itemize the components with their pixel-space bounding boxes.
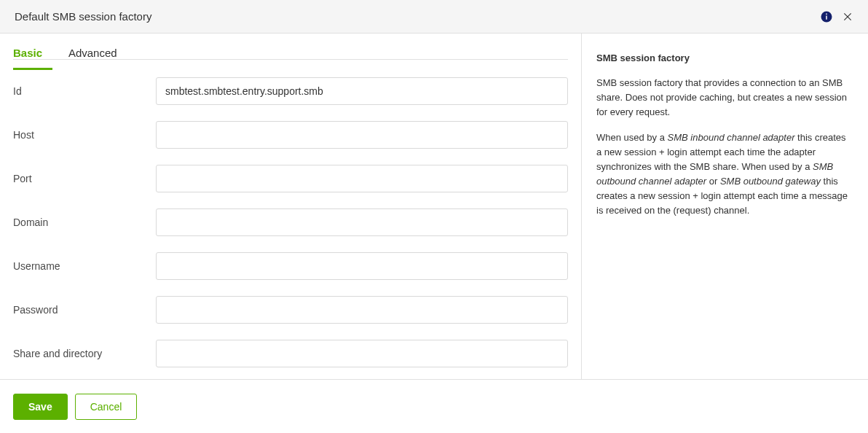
info-icon[interactable] xyxy=(820,10,833,23)
svg-rect-2 xyxy=(826,13,827,15)
field-row-domain: Domain xyxy=(13,208,568,236)
input-id[interactable] xyxy=(156,77,568,105)
header-actions xyxy=(820,10,853,23)
help-em: SMB inbound channel adapter xyxy=(668,132,795,143)
input-username[interactable] xyxy=(156,252,568,280)
field-row-share: Share and directory xyxy=(13,340,568,367)
help-title: SMB session factory xyxy=(596,51,853,66)
close-icon[interactable] xyxy=(842,11,853,23)
label-id: Id xyxy=(13,85,156,97)
input-port[interactable] xyxy=(156,165,568,192)
field-row-username: Username xyxy=(13,252,568,280)
dialog-content: Basic Advanced Id Host Port Domain Usern… xyxy=(0,34,868,379)
label-port: Port xyxy=(13,173,156,184)
tabs: Basic Advanced xyxy=(13,34,568,60)
label-share: Share and directory xyxy=(13,348,156,359)
tab-basic[interactable]: Basic xyxy=(13,38,52,69)
dialog-header: Default SMB session factory xyxy=(0,0,868,34)
label-username: Username xyxy=(13,260,156,272)
form-basic: Id Host Port Domain Username Password xyxy=(0,60,581,389)
help-em: SMB outbound gateway xyxy=(720,176,821,187)
help-text: When used by a xyxy=(596,132,668,143)
tab-advanced[interactable]: Advanced xyxy=(68,38,127,69)
field-row-port: Port xyxy=(13,165,568,192)
input-password[interactable] xyxy=(156,296,568,324)
dialog-title: Default SMB session factory xyxy=(15,10,151,23)
help-text: or xyxy=(706,176,720,187)
label-host: Host xyxy=(13,129,156,141)
input-domain[interactable] xyxy=(156,208,568,236)
input-share[interactable] xyxy=(156,340,568,367)
label-domain: Domain xyxy=(13,216,156,228)
help-paragraph-2: When used by a SMB inbound channel adapt… xyxy=(596,130,853,219)
cancel-button[interactable]: Cancel xyxy=(75,394,138,420)
field-row-host: Host xyxy=(13,121,568,149)
main-panel: Basic Advanced Id Host Port Domain Usern… xyxy=(0,34,582,379)
svg-rect-1 xyxy=(826,15,827,19)
field-row-id: Id xyxy=(13,77,568,105)
help-panel: SMB session factory SMB session factory … xyxy=(582,34,868,379)
label-password: Password xyxy=(13,304,156,316)
input-host[interactable] xyxy=(156,121,568,149)
save-button[interactable]: Save xyxy=(13,394,68,420)
help-paragraph-1: SMB session factory that provides a conn… xyxy=(596,76,853,120)
field-row-password: Password xyxy=(13,296,568,324)
